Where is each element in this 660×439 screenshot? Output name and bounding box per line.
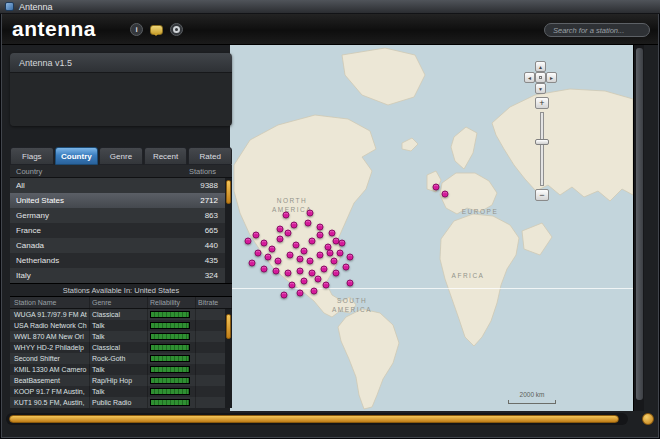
station-dot[interactable] xyxy=(269,246,276,253)
country-row[interactable]: Netherlands 435 xyxy=(10,253,232,268)
reliability-bar xyxy=(150,388,190,395)
station-dot[interactable] xyxy=(283,212,290,219)
tab-genre[interactable]: Genre xyxy=(99,147,143,165)
country-row[interactable]: Italy 324 xyxy=(10,268,232,283)
zoom-in-button[interactable]: + xyxy=(535,97,549,109)
station-dot[interactable] xyxy=(275,258,282,265)
country-row[interactable]: Germany 863 xyxy=(10,208,232,223)
zoom-slider-thumb[interactable] xyxy=(535,139,549,145)
tab-recent[interactable]: Recent xyxy=(144,147,188,165)
station-dot[interactable] xyxy=(291,222,298,229)
horizontal-scrollbar[interactable] xyxy=(6,413,628,425)
station-row[interactable]: WUGA 91.7/97.9 FM At Classical xyxy=(10,309,232,320)
search-input[interactable] xyxy=(544,23,650,37)
country-list-scrollbar[interactable] xyxy=(225,178,232,283)
pan-right-button[interactable]: ► xyxy=(546,72,557,83)
settings-icon[interactable] xyxy=(170,23,183,36)
station-dot[interactable] xyxy=(311,288,318,295)
pan-left-button[interactable]: ◄ xyxy=(524,72,535,83)
station-dot[interactable] xyxy=(343,264,350,271)
station-dot[interactable] xyxy=(317,224,324,231)
station-dot[interactable] xyxy=(347,280,354,287)
country-row[interactable]: Canada 440 xyxy=(10,238,232,253)
station-dot[interactable] xyxy=(261,240,268,247)
station-dot[interactable] xyxy=(317,232,324,239)
station-dot[interactable] xyxy=(255,250,262,257)
station-dot[interactable] xyxy=(297,256,304,263)
station-dot[interactable] xyxy=(327,250,334,257)
station-row[interactable]: USA Radio Network Ch Talk xyxy=(10,320,232,331)
station-dot[interactable] xyxy=(305,220,312,227)
reliability-bar xyxy=(150,377,190,384)
horizontal-scrollbar-thumb[interactable] xyxy=(9,415,619,423)
station-dot[interactable] xyxy=(339,240,346,247)
station-dot[interactable] xyxy=(265,254,272,261)
station-dot[interactable] xyxy=(317,252,324,259)
station-dot[interactable] xyxy=(287,252,294,259)
station-dot[interactable] xyxy=(323,282,330,289)
station-row[interactable]: WWL 870 AM New Orl Talk xyxy=(10,331,232,342)
station-dot[interactable] xyxy=(297,290,304,297)
tab-flags[interactable]: Flags xyxy=(10,147,54,165)
station-dot[interactable] xyxy=(293,242,300,249)
station-dot[interactable] xyxy=(273,268,280,275)
station-dot[interactable] xyxy=(442,191,449,198)
station-dot[interactable] xyxy=(331,258,338,265)
zoom-slider-track[interactable] xyxy=(540,112,544,186)
station-dot[interactable] xyxy=(315,276,322,283)
station-dot[interactable] xyxy=(285,270,292,277)
scrollbar-corner-button[interactable] xyxy=(642,413,654,425)
app-icon xyxy=(5,2,14,11)
station-dot[interactable] xyxy=(301,248,308,255)
zoom-out-button[interactable]: − xyxy=(535,189,549,201)
station-dot[interactable] xyxy=(281,292,288,299)
station-dot[interactable] xyxy=(329,230,336,237)
station-dot[interactable] xyxy=(337,250,344,257)
tab-rated[interactable]: Rated xyxy=(188,147,232,165)
station-dot[interactable] xyxy=(321,266,328,273)
pan-down-button[interactable]: ▼ xyxy=(535,83,546,94)
station-dot[interactable] xyxy=(309,270,316,277)
country-row[interactable]: France 665 xyxy=(10,223,232,238)
stations-list-scrollbar-thumb[interactable] xyxy=(226,314,231,339)
station-dot[interactable] xyxy=(433,184,440,191)
chat-icon[interactable] xyxy=(150,25,163,35)
station-row[interactable]: WHYY HD-2 Philadelp Classical xyxy=(10,342,232,353)
station-dot[interactable] xyxy=(333,270,340,277)
station-dot[interactable] xyxy=(347,254,354,261)
pan-center-button[interactable] xyxy=(535,72,546,83)
map-pan-control: ▲ ◄ ► ▼ xyxy=(524,61,557,94)
station-dot[interactable] xyxy=(277,236,284,243)
reliability-bar xyxy=(150,355,190,362)
station-row[interactable]: KUT1 90.5 FM, Austin, Public Radio xyxy=(10,397,232,408)
station-dot[interactable] xyxy=(277,226,284,233)
station-row[interactable]: BeatBasement Rap/Hip Hop xyxy=(10,375,232,386)
vertical-scrollbar-thumb[interactable] xyxy=(636,48,643,400)
info-icon[interactable]: i xyxy=(130,23,143,36)
station-row[interactable]: KOOP 91.7 FM Austin, Talk xyxy=(10,386,232,397)
station-dot[interactable] xyxy=(245,238,252,245)
country-list-scrollbar-thumb[interactable] xyxy=(226,180,231,204)
station-dot[interactable] xyxy=(307,210,314,217)
station-dot[interactable] xyxy=(307,258,314,265)
station-dot[interactable] xyxy=(309,238,316,245)
window-titlebar[interactable]: Antenna xyxy=(0,0,660,14)
station-dot[interactable] xyxy=(285,230,292,237)
station-row[interactable]: Second Shifter Rock-Goth xyxy=(10,353,232,364)
country-row[interactable]: All 9388 xyxy=(10,178,232,193)
country-row-selected[interactable]: United States 2712 xyxy=(10,193,232,208)
station-row[interactable]: KMIL 1330 AM Camero Talk xyxy=(10,364,232,375)
station-dot[interactable] xyxy=(301,278,308,285)
vertical-scrollbar[interactable] xyxy=(633,45,644,411)
station-dot[interactable] xyxy=(261,266,268,273)
station-dot[interactable] xyxy=(253,232,260,239)
station-dot[interactable] xyxy=(289,282,296,289)
pan-up-button[interactable]: ▲ xyxy=(535,61,546,72)
tab-country[interactable]: Country xyxy=(55,147,99,165)
stations-list-scrollbar[interactable] xyxy=(225,309,232,408)
app-window: Antenna antenna i xyxy=(0,0,660,439)
map-scale-bar xyxy=(508,400,556,404)
map-canvas[interactable]: NORTH AMERICA EUROPE AFRICA SOUTH AMERIC… xyxy=(230,45,633,411)
station-dot[interactable] xyxy=(297,268,304,275)
station-dot[interactable] xyxy=(249,260,256,267)
